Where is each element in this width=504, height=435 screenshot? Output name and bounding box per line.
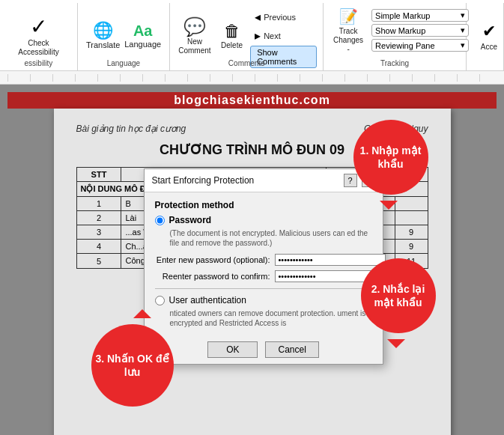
language-label: Language — [124, 40, 161, 49]
section-label-accessibility: essibility — [0, 59, 77, 67]
ribbon-section-accept: ✔ Acce — [467, 3, 504, 70]
translate-label: Translate — [86, 40, 120, 50]
bubble-3: 3. Nhấn OK để lưu — [91, 324, 174, 407]
ribbon: ✓ Check Accessibility essibility 🌐 Trans… — [0, 0, 504, 71]
document-area: blogchiasekienthuc.com Bài giảng tin học… — [0, 85, 504, 435]
simple-markup-chevron: ▾ — [461, 10, 465, 20]
document-page: Bài giảng tin học đại cương Giáo viên: N… — [54, 109, 451, 435]
dialog-body: Protection method Password (The document… — [145, 192, 383, 335]
track-changes-button[interactable]: 📝 TrackChanges - — [330, 7, 367, 54]
new-password-input[interactable] — [275, 254, 386, 266]
section-label-language: Language — [78, 59, 169, 67]
dialog-title: Start Enforcing Protection — [152, 175, 255, 186]
accept-label: Acce — [481, 43, 497, 52]
track-icon: 📝 — [339, 7, 358, 25]
translate-icon: 🌐 — [93, 22, 113, 39]
field1-label: Enter new password (optional): — [155, 255, 275, 264]
field1-row: Enter new password (optional): — [155, 254, 372, 266]
next-label: Next — [264, 31, 281, 40]
ruler — [0, 71, 504, 85]
reviewing-pane-chevron: ▾ — [461, 40, 465, 50]
ribbon-section-accessibility: ✓ Check Accessibility essibility — [0, 3, 78, 70]
ribbon-section-tracking: 📝 TrackChanges - Simple Markup ▾ Show Ma… — [324, 3, 467, 70]
bubble-3-text: 3. Nhấn OK để lưu — [91, 352, 174, 379]
ok-button[interactable]: OK — [207, 341, 258, 358]
divider — [155, 288, 372, 289]
new-comment-icon: 💬 — [183, 18, 206, 36]
check-accessibility-button[interactable]: ✓ Check Accessibility — [6, 13, 71, 60]
previous-label: Previous — [264, 13, 296, 22]
radio-password-label: Password — [169, 215, 212, 225]
auth-note: nticated owners can remove document prot… — [170, 308, 372, 328]
language-button[interactable]: Aa Language — [122, 13, 163, 60]
ruler-inner — [7, 74, 497, 82]
delete-button[interactable]: 🗑 Delete — [218, 13, 246, 60]
ribbon-section-comments: 💬 NewComment 🗑 Delete ◂ Previous ▸ Next … — [170, 3, 324, 70]
bubble-1: 1. Nhập mật khẩu — [353, 120, 428, 195]
radio-password[interactable] — [155, 216, 165, 225]
show-markup-chevron: ▾ — [461, 25, 465, 35]
track-label: TrackChanges - — [333, 27, 363, 54]
radio-user-auth[interactable] — [155, 296, 165, 305]
section-label-comments: comments — [170, 59, 323, 67]
next-button[interactable]: ▸ Next — [250, 27, 317, 44]
tracking-dropdowns: Simple Markup ▾ Show Markup ▾ Reviewing … — [371, 9, 469, 52]
password-note: (The document is not encrypted. Maliciou… — [170, 228, 372, 248]
accept-icon: ✔ — [482, 22, 496, 41]
previous-icon: ◂ — [255, 10, 261, 24]
protection-method-title: Protection method — [155, 200, 372, 210]
dialog-footer: OK Cancel — [145, 335, 383, 364]
bubble-1-text: 1. Nhập mật khẩu — [353, 144, 428, 171]
field2-label: Reenter password to confirm: — [155, 272, 275, 281]
field2-row: Reenter password to confirm: — [155, 270, 372, 282]
delete-icon: 🗑 — [224, 23, 240, 40]
reviewing-pane-dropdown[interactable]: Reviewing Pane ▾ — [371, 39, 469, 52]
radio-auth-row: User authentication — [155, 295, 372, 305]
simple-markup-label: Simple Markup — [375, 11, 430, 20]
show-markup-dropdown[interactable]: Show Markup ▾ — [371, 24, 469, 37]
bubble-2: 2. Nhắc lại mật khẩu — [361, 258, 436, 333]
watermark-bar: blogchiasekienthuc.com — [7, 92, 497, 109]
dialog: Start Enforcing Protection ? ✕ Protectio… — [144, 168, 383, 365]
check-icon: ✓ — [30, 16, 47, 37]
next-icon: ▸ — [255, 28, 261, 43]
new-comment-button[interactable]: 💬 NewComment — [176, 13, 213, 60]
section-label-tracking: Tracking — [324, 59, 466, 67]
check-label: Check Accessibility — [10, 39, 67, 57]
previous-button[interactable]: ◂ Previous — [250, 8, 317, 25]
show-markup-label: Show Markup — [375, 26, 425, 35]
delete-label: Delete — [221, 41, 243, 50]
accept-button[interactable]: ✔ Acce — [473, 13, 504, 60]
simple-markup-dropdown[interactable]: Simple Markup ▾ — [371, 9, 469, 22]
reviewing-pane-label: Reviewing Pane — [375, 41, 435, 50]
radio-password-row: Password — [155, 215, 372, 225]
new-comment-label: NewComment — [178, 37, 210, 55]
ribbon-section-language: 🌐 Translate Aa Language Language — [78, 3, 170, 70]
cancel-button[interactable]: Cancel — [265, 341, 318, 358]
watermark-text: blogchiasekienthuc.com — [174, 94, 330, 106]
dialog-titlebar: Start Enforcing Protection ? ✕ — [145, 169, 383, 192]
help-button[interactable]: ? — [344, 174, 357, 187]
radio-auth-label: User authentication — [169, 295, 246, 305]
language-icon: Aa — [133, 23, 153, 38]
bubble-2-text: 2. Nhắc lại mật khẩu — [361, 282, 436, 309]
translate-button[interactable]: 🌐 Translate — [84, 13, 123, 60]
